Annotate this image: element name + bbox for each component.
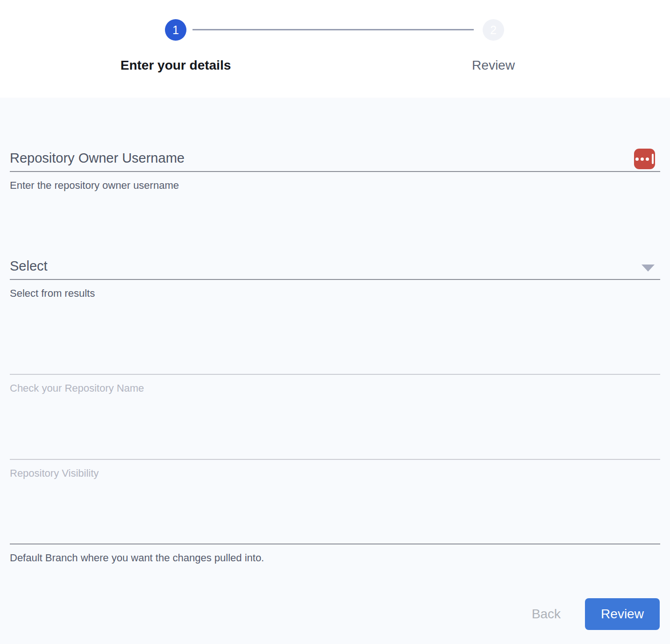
step-2-indicator: 2: [483, 19, 504, 41]
back-button[interactable]: Back: [507, 599, 585, 629]
password-autofill-dot: [641, 157, 644, 161]
field-underline: [10, 374, 660, 375]
repository-owner-helper-text: Enter the repository owner username: [10, 179, 179, 192]
repository-owner-username-field[interactable]: Repository Owner Username Enter the repo…: [10, 143, 660, 195]
repository-visibility-field: Repository Visibility: [10, 431, 660, 483]
step-1-indicator: 1: [165, 19, 186, 41]
default-branch-helper-text: Default Branch where you want the change…: [10, 552, 264, 564]
password-autofill-dot: [646, 157, 649, 161]
repository-name-field: Check your Repository Name: [10, 346, 660, 398]
select-dropdown-value[interactable]: Select: [10, 258, 632, 277]
field-underline: [10, 279, 660, 280]
wizard-page: 1 2 Enter your details Review Repository…: [0, 0, 670, 644]
password-autofill-dot: [635, 157, 639, 161]
repository-owner-username-input[interactable]: Repository Owner Username: [10, 150, 632, 169]
select-dropdown-field[interactable]: Select Select from results: [10, 251, 660, 303]
repository-visibility-input: [10, 438, 632, 457]
password-autofill-icon[interactable]: [634, 149, 655, 169]
stepper: 1 2 Enter your details Review: [0, 0, 670, 98]
select-helper-text: Select from results: [10, 287, 95, 300]
review-button[interactable]: Review: [585, 598, 660, 630]
repository-name-helper-text: Check your Repository Name: [10, 382, 144, 394]
step-2-label: Review: [377, 58, 610, 73]
chevron-down-icon: [641, 265, 655, 272]
field-underline: [10, 544, 660, 544]
repository-name-input: [10, 353, 632, 372]
field-underline: [10, 459, 660, 460]
stepper-connector: [192, 29, 474, 30]
field-underline: [10, 171, 660, 172]
default-branch-input[interactable]: [10, 523, 632, 542]
repository-visibility-helper-text: Repository Visibility: [10, 467, 99, 479]
form-area: Repository Owner Username Enter the repo…: [0, 98, 670, 644]
step-1-label: Enter your details: [59, 58, 292, 73]
default-branch-field[interactable]: Default Branch where you want the change…: [10, 515, 660, 568]
password-autofill-cursor: [652, 154, 654, 164]
